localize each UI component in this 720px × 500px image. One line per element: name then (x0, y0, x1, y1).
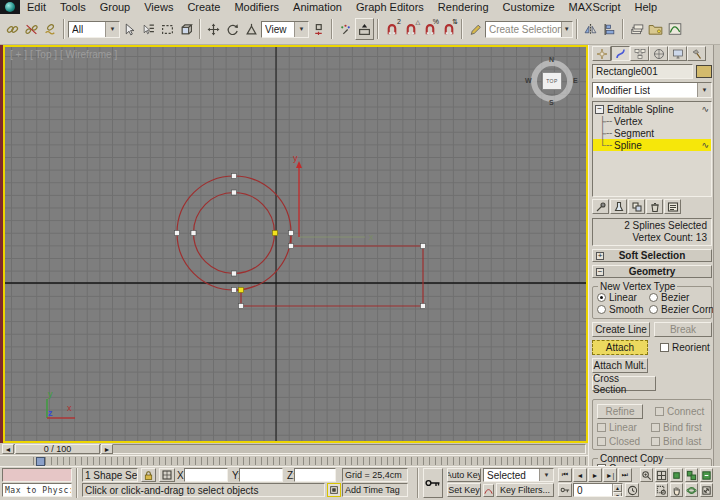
bezier-corner-radio[interactable]: Bezier Corner (649, 304, 720, 315)
active-viewport[interactable]: yxyxz [ + ] [ Top ] [ Wireframe ] TOP N … (3, 45, 588, 443)
tab-display[interactable] (668, 46, 687, 61)
unlink-selection-button[interactable] (22, 18, 41, 40)
selection-lock-toggle[interactable] (141, 468, 156, 482)
menu-tools[interactable]: Tools (53, 0, 93, 14)
application-menu-button[interactable] (0, 0, 20, 14)
set-key-button[interactable]: Set Key (447, 483, 481, 497)
tab-hierarchy[interactable] (630, 46, 649, 61)
object-name-field[interactable]: Rectangle001 (592, 64, 693, 79)
auto-key-button[interactable]: Auto Key (447, 468, 481, 482)
stack-item-editable-spline[interactable]: Editable Spline∿ (593, 103, 711, 115)
tab-utilities[interactable] (687, 46, 706, 61)
zoom-button[interactable] (640, 468, 653, 482)
viewcube-west-label[interactable]: W (525, 77, 532, 84)
viewport-label[interactable]: [ + ] [ Top ] [ Wireframe ] (10, 49, 117, 60)
menu-create[interactable]: Create (180, 0, 227, 14)
select-by-name-button[interactable] (139, 18, 158, 40)
select-and-manipulate-button[interactable] (336, 18, 355, 40)
bind-first-checkbox[interactable]: Bind first (651, 422, 702, 433)
spinner-up-icon[interactable]: ▲ (613, 484, 622, 492)
bind-to-space-warp-button[interactable] (41, 18, 60, 40)
next-frame-button[interactable]: ►| (603, 468, 617, 482)
stack-item-spline-selected[interactable]: Spline∿ (593, 139, 711, 151)
zoom-region-button[interactable] (655, 483, 668, 497)
menu-animation[interactable]: Animation (286, 0, 349, 14)
next-frame-arrow-button[interactable]: ► (101, 444, 113, 454)
viewport-canvas[interactable]: yxyxz (5, 47, 586, 441)
bind-last-checkbox[interactable]: Bind last (651, 436, 701, 447)
tree-collapse-icon[interactable] (595, 105, 604, 114)
reorient-checkbox[interactable]: Reorient (660, 340, 710, 355)
refine-button[interactable]: Refine (597, 404, 643, 419)
previous-frame-arrow-button[interactable]: ◄ (2, 444, 14, 454)
zoom-extents-button[interactable] (670, 468, 683, 482)
absolute-mode-transform-toggle[interactable] (159, 468, 175, 482)
spinner-down-icon[interactable]: ▼ (613, 492, 622, 497)
linear-radio[interactable]: Linear (597, 292, 649, 303)
bezier-radio[interactable]: Bezier (649, 292, 689, 303)
tab-motion[interactable] (649, 46, 668, 61)
isolate-selection-toggle[interactable] (327, 483, 341, 497)
time-slider-handle[interactable]: 0 / 100 (15, 444, 100, 454)
use-pivot-point-center-button[interactable] (309, 18, 328, 40)
select-object-button[interactable] (120, 18, 139, 40)
select-and-link-button[interactable] (3, 18, 22, 40)
reference-coordinate-system-dropdown[interactable]: View (261, 21, 309, 38)
zoom-all-button[interactable] (655, 468, 668, 482)
add-time-tag[interactable]: Add Time Tag (342, 483, 408, 497)
zoom-extents-all-selected-button[interactable] (700, 468, 713, 482)
tab-modify[interactable] (611, 46, 630, 61)
default-tangents-button[interactable] (483, 484, 494, 497)
set-keys-button[interactable] (423, 468, 443, 498)
menu-graph-editors[interactable]: Graph Editors (349, 0, 431, 14)
menu-edit[interactable]: Edit (20, 0, 53, 14)
closed-checkbox[interactable]: Closed (597, 436, 647, 447)
go-to-end-button[interactable]: ⏭ (618, 468, 632, 482)
angle-snap-toggle-button[interactable] (401, 18, 420, 40)
connect-checkbox[interactable]: Connect (655, 404, 704, 419)
viewport-view-label[interactable]: [ Top ] (30, 49, 57, 60)
key-filters-button[interactable]: Key Filters... (496, 483, 554, 497)
y-coordinate-field[interactable] (239, 468, 283, 482)
frame-spinner[interactable]: ▲▼ (612, 484, 622, 496)
menu-customize[interactable]: Customize (496, 0, 562, 14)
snaps-toggle-button[interactable] (382, 18, 401, 40)
break-button[interactable]: Break (654, 322, 712, 337)
time-configuration-button[interactable] (625, 483, 639, 497)
menu-help[interactable]: Help (628, 0, 665, 14)
previous-frame-button[interactable]: ◄ (573, 468, 587, 482)
key-filter-selection-dropdown[interactable]: Selected (483, 468, 554, 482)
maxscript-listener-line[interactable]: Max to Physc: (2, 483, 72, 497)
configure-modifier-sets-button[interactable] (664, 199, 681, 214)
viewcube-east-label[interactable]: E (573, 77, 578, 84)
make-unique-button[interactable] (628, 199, 645, 214)
linear-checkbox[interactable]: Linear (597, 422, 647, 433)
tab-create[interactable] (592, 46, 611, 61)
menu-maxscript[interactable]: MAXScript (562, 0, 628, 14)
attach-button[interactable]: Attach (592, 340, 648, 355)
viewcube-top-face[interactable]: TOP (542, 72, 562, 90)
viewcube-north-label[interactable]: N (549, 56, 554, 63)
curve-editor-button[interactable] (665, 18, 684, 40)
stack-item-vertex[interactable]: Vertex (593, 115, 711, 127)
attach-mult-button[interactable]: Attach Mult. (592, 358, 648, 373)
window-crossing-button[interactable] (177, 18, 196, 40)
rollout-soft-selection[interactable]: Soft Selection (592, 249, 712, 262)
edit-named-selection-sets-button[interactable] (466, 18, 485, 40)
keyboard-shortcut-override-button[interactable] (355, 18, 374, 40)
pin-stack-button[interactable] (592, 199, 609, 214)
track-bar-frame-indicator[interactable] (36, 457, 45, 466)
manage-layers-button[interactable] (646, 18, 665, 40)
cross-section-button[interactable]: Cross Section (592, 376, 656, 391)
layer-manager-button[interactable] (627, 18, 646, 40)
go-to-start-button[interactable]: ⏮ (558, 468, 572, 482)
maximize-viewport-toggle[interactable] (700, 483, 713, 497)
viewport-shading-label[interactable]: [ Wireframe ] (60, 49, 117, 60)
smooth-radio[interactable]: Smooth (597, 304, 649, 315)
create-line-button[interactable]: Create Line (592, 322, 650, 337)
menu-views[interactable]: Views (137, 0, 180, 14)
remove-modifier-button[interactable] (646, 199, 663, 214)
select-and-scale-button[interactable] (242, 18, 261, 40)
orbit-button[interactable] (685, 483, 698, 497)
menu-rendering[interactable]: Rendering (431, 0, 496, 14)
